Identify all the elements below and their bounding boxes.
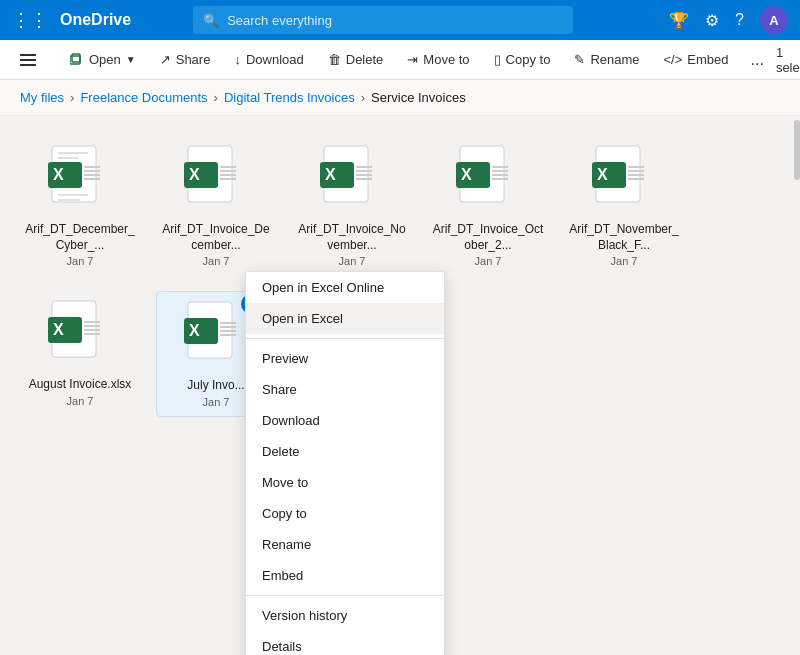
svg-rect-12 [84,166,100,168]
svg-rect-29 [356,178,372,180]
file-date: Jan 7 [203,255,230,267]
context-menu-item-copy-to[interactable]: Copy to [246,498,444,529]
svg-rect-41 [628,170,644,172]
app-name: OneDrive [60,11,131,29]
svg-rect-50 [84,333,100,335]
svg-rect-8 [58,152,88,154]
excel-file-icon: X [48,299,112,371]
search-bar[interactable]: 🔍 [193,6,573,34]
file-date: Jan 7 [611,255,638,267]
gear-icon[interactable]: ⚙ [705,11,719,30]
download-icon: ↓ [234,52,241,67]
file-name: Arif_DT_Invoice_October_2... [432,222,544,253]
svg-rect-15 [84,178,100,180]
breadcrumb-myfiles[interactable]: My files [20,90,64,105]
download-button[interactable]: ↓ Download [224,47,313,72]
excel-file-icon: X [456,144,520,216]
list-item[interactable]: X Arif_DT_Invoice_December... Jan 7 [156,136,276,275]
excel-file-icon: X [184,300,248,372]
copy-to-button[interactable]: ▯ Copy to [484,47,561,72]
help-icon[interactable]: ? [735,11,744,29]
search-input[interactable] [227,13,563,28]
move-icon: ⇥ [407,52,418,67]
badge-icon[interactable]: 🏆 [669,11,689,30]
file-name: Arif_DT_Invoice_December... [160,222,272,253]
svg-rect-1 [20,59,36,61]
svg-rect-10 [58,194,88,196]
context-menu-item-details[interactable]: Details [246,631,444,655]
list-item[interactable]: X August Invoice.xlsx Jan 7 [20,291,140,417]
scrollbar-thumb[interactable] [794,120,800,180]
hamburger-button[interactable] [12,48,44,72]
svg-rect-27 [356,170,372,172]
file-name: Arif_DT_December_Cyber_... [24,222,136,253]
svg-text:X: X [325,166,336,183]
svg-text:X: X [53,321,64,338]
list-item[interactable]: X Arif_DT_December_Cyber_... Jan 7 [20,136,140,275]
svg-rect-21 [220,174,236,176]
breadcrumb-sep-1: › [70,90,74,105]
svg-rect-55 [220,326,236,328]
context-menu-item-version-history[interactable]: Version history [246,600,444,631]
toolbar: Open ▼ ↗ Share ↓ Download 🗑 Delete ⇥ Mov… [0,40,800,80]
share-button[interactable]: ↗ Share [150,47,221,72]
breadcrumb-freelance[interactable]: Freelance Documents [80,90,207,105]
svg-rect-43 [628,178,644,180]
svg-rect-35 [492,174,508,176]
open-button[interactable]: Open ▼ [60,47,146,72]
svg-rect-48 [84,325,100,327]
context-menu-item-embed[interactable]: Embed [246,560,444,591]
list-item[interactable]: X Arif_DT_November_Black_F... Jan 7 [564,136,684,275]
svg-rect-4 [72,54,80,62]
context-menu-item-download[interactable]: Download [246,405,444,436]
svg-rect-28 [356,174,372,176]
excel-file-icon: X [48,144,112,216]
breadcrumb-current: Service Invoices [371,90,466,105]
context-menu-item-move-to[interactable]: Move to [246,467,444,498]
svg-rect-49 [84,329,100,331]
svg-rect-47 [84,321,100,323]
svg-rect-42 [628,174,644,176]
delete-button[interactable]: 🗑 Delete [318,47,394,72]
svg-rect-40 [628,166,644,168]
list-item[interactable]: X Arif_DT_Invoice_October_2... Jan 7 [428,136,548,275]
svg-text:X: X [189,322,200,339]
context-menu: Open in Excel Online Open in Excel Previ… [245,271,445,655]
context-menu-item-delete[interactable]: Delete [246,436,444,467]
list-item[interactable]: X Arif_DT_Invoice_November... Jan 7 [292,136,412,275]
waffle-icon[interactable]: ⋮⋮ [12,9,48,31]
svg-text:X: X [597,166,608,183]
svg-rect-56 [220,330,236,332]
share-icon: ↗ [160,52,171,67]
more-button[interactable]: ... [743,47,772,73]
svg-text:X: X [53,166,64,183]
context-menu-item-preview[interactable]: Preview [246,343,444,374]
svg-rect-57 [220,334,236,336]
context-menu-item-rename[interactable]: Rename [246,529,444,560]
svg-rect-36 [492,178,508,180]
scrollbar[interactable] [794,116,800,655]
file-date: Jan 7 [67,255,94,267]
rename-button[interactable]: ✎ Rename [564,47,649,72]
context-menu-item-open-excel-online[interactable]: Open in Excel Online [246,272,444,303]
context-menu-item-open-excel[interactable]: Open in Excel [246,303,444,334]
svg-rect-22 [220,178,236,180]
file-date: Jan 7 [203,396,230,408]
move-to-button[interactable]: ⇥ Move to [397,47,479,72]
svg-rect-26 [356,166,372,168]
embed-button[interactable]: </> Embed [654,47,739,72]
file-date: Jan 7 [339,255,366,267]
file-area: X Arif_DT_December_Cyber_... Jan 7 X [0,116,800,655]
context-menu-item-share[interactable]: Share [246,374,444,405]
breadcrumb: My files › Freelance Documents › Digital… [0,80,800,116]
svg-text:X: X [189,166,200,183]
top-bar: ⋮⋮ OneDrive 🔍 🏆 ⚙ ? A [0,0,800,40]
file-name: Arif_DT_Invoice_November... [296,222,408,253]
avatar[interactable]: A [760,6,788,34]
delete-icon: 🗑 [328,52,341,67]
breadcrumb-sep-2: › [214,90,218,105]
file-name: August Invoice.xlsx [29,377,132,393]
breadcrumb-digital[interactable]: Digital Trends Invoices [224,90,355,105]
svg-rect-54 [220,322,236,324]
context-menu-divider-1 [246,338,444,339]
